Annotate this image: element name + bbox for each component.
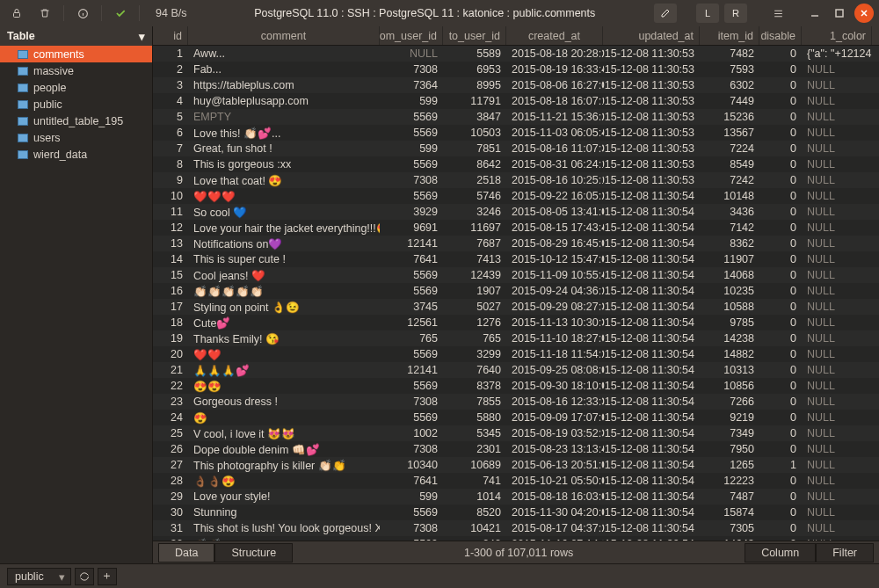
cell[interactable]: 0 (759, 62, 802, 77)
cell[interactable]: 2015-12-08 11:30:54 (603, 315, 700, 330)
cell[interactable]: NULL (802, 473, 872, 489)
trash-icon[interactable] (33, 4, 56, 23)
cell[interactable]: NULL (802, 425, 872, 441)
cell[interactable]: 2015-12-08 11:30:54 (603, 362, 700, 378)
cell[interactable]: Dope double denim 👊🏻💕 (188, 441, 380, 457)
cell[interactable]: 12439 (443, 267, 506, 283)
cell[interactable]: 5569 (380, 410, 443, 425)
cell[interactable]: 2015-11-30 04:20:04 (506, 505, 603, 520)
sidebar-item-people[interactable]: people (0, 79, 152, 96)
cell[interactable]: 9785 (700, 315, 759, 330)
cell[interactable]: 5569 (380, 378, 443, 394)
table-row[interactable]: 21🙏🙏🙏💕1214176402015-09-25 08:08:022015-1… (153, 362, 879, 378)
cell[interactable]: 2015-12-08 11:30:54 (603, 204, 700, 220)
cell[interactable]: NULL (802, 141, 872, 156)
cell[interactable]: 2015-12-08 11:30:54 (603, 283, 700, 299)
cell[interactable]: 12223 (700, 473, 759, 489)
cell[interactable]: 7851 (443, 141, 506, 156)
cell[interactable]: 0 (759, 346, 802, 362)
cell[interactable]: 599 (380, 489, 443, 505)
cell[interactable]: 0 (759, 172, 802, 188)
pane-right-button[interactable]: R (724, 4, 747, 23)
cell[interactable]: 2015-09-25 08:08:02 (506, 362, 603, 378)
cell[interactable]: 2015-08-19 03:52:33 (506, 425, 603, 441)
cell[interactable]: 2015-08-23 13:13:43 (506, 441, 603, 457)
cell[interactable]: This is gorgeous :xx (188, 156, 380, 172)
cell[interactable]: 7242 (700, 172, 759, 188)
cell[interactable]: 8642 (443, 156, 506, 172)
cell[interactable]: 7305 (700, 520, 759, 536)
cell[interactable]: NULL (802, 251, 872, 267)
cell[interactable]: 15236 (700, 109, 759, 125)
table-row[interactable]: 14This is super cute !764174132015-10-12… (153, 251, 879, 267)
cell[interactable]: 16 (153, 283, 188, 299)
cell[interactable]: 21 (153, 362, 188, 378)
col-to-user-id[interactable]: to_user_id (443, 26, 506, 45)
cell[interactable]: 2015-08-18 20:28:23 (506, 46, 603, 62)
cell[interactable]: 2 (153, 62, 188, 77)
cell[interactable]: 23 (153, 394, 188, 410)
cell[interactable]: {"a": "+12124", "c": (802, 46, 872, 62)
pane-left-button[interactable]: L (696, 4, 719, 23)
sidebar-item-wierd_data[interactable]: wierd_data (0, 146, 152, 163)
cell[interactable]: NULL (802, 394, 872, 410)
cell[interactable]: V cool, i love it 😻😻 (188, 425, 380, 441)
cell[interactable]: 7641 (380, 251, 443, 267)
cell[interactable]: NULL (802, 236, 872, 251)
cell[interactable]: Notifications on💜 (188, 236, 380, 251)
cell[interactable]: 2015-12-08 11:30:54 (603, 410, 700, 425)
cell[interactable]: 2015-12-08 11:30:54 (603, 441, 700, 457)
cell[interactable]: 2015-12-08 11:30:54 (603, 520, 700, 536)
cell[interactable]: NULL (802, 315, 872, 330)
cell[interactable]: 👌🏾👌🏾😍 (188, 473, 380, 489)
cell[interactable]: 5569 (380, 505, 443, 520)
cell[interactable]: 👏🏻👏🏻👏🏻👏🏻👏🏻 (188, 283, 380, 299)
cell[interactable]: Gorgeous dress ! (188, 394, 380, 410)
cell[interactable]: 0 (759, 188, 802, 204)
cell[interactable]: 2015-12-08 11:30:54 (603, 457, 700, 473)
cell[interactable]: 8 (153, 156, 188, 172)
cell[interactable]: huy@tableplusapp.com (188, 93, 380, 109)
cell[interactable]: 10503 (443, 125, 506, 141)
cell[interactable]: 7308 (380, 62, 443, 77)
table-row[interactable]: 12Love your hair the jacket everything!!… (153, 220, 879, 236)
cell[interactable]: 8520 (443, 505, 506, 520)
cell[interactable]: 7482 (700, 46, 759, 62)
cell[interactable]: Love this! 👏🏻💕... (188, 125, 380, 141)
table-row[interactable]: 29Love your style!59910142015-08-18 16:0… (153, 489, 879, 505)
cell[interactable]: 7266 (700, 394, 759, 410)
table-row[interactable]: 13Notifications on💜1214176872015-08-29 1… (153, 236, 879, 251)
sidebar-item-comments[interactable]: comments (0, 46, 152, 62)
cell[interactable]: 😍 (188, 410, 380, 425)
cell[interactable]: 7349 (700, 425, 759, 441)
cell[interactable]: 2015-11-13 10:30:36 (506, 315, 603, 330)
cell[interactable]: 0 (759, 283, 802, 299)
cell[interactable]: 7308 (380, 520, 443, 536)
cell[interactable]: 0 (759, 220, 802, 236)
cell[interactable]: 2015-09-22 16:05:26 (506, 188, 603, 204)
cell[interactable]: 8995 (443, 77, 506, 93)
cell[interactable]: 2015-08-31 06:24:15 (506, 156, 603, 172)
cell[interactable]: 0 (759, 473, 802, 489)
cell[interactable]: 2015-12-08 11:30:54 (603, 378, 700, 394)
cell[interactable]: 10856 (700, 378, 759, 394)
table-row[interactable]: 6Love this! 👏🏻💕...5569105032015-11-03 06… (153, 125, 879, 141)
tab-data[interactable]: Data (158, 543, 214, 563)
table-body[interactable]: 1Aww...NULL55892015-08-18 20:28:232015-1… (153, 46, 879, 541)
cell[interactable]: 2015-12-08 11:30:53 (603, 156, 700, 172)
cell[interactable]: 599 (380, 93, 443, 109)
cell[interactable]: NULL (802, 330, 872, 346)
cell[interactable]: 10689 (443, 457, 506, 473)
cell[interactable]: 0 (759, 156, 802, 172)
cell[interactable]: 2015-11-21 15:36:27 (506, 109, 603, 125)
refresh-icon[interactable] (75, 568, 94, 585)
cell[interactable]: 7308 (380, 172, 443, 188)
cell[interactable]: Stunning (188, 505, 380, 520)
cell[interactable]: 5880 (443, 410, 506, 425)
cell[interactable]: 0 (759, 141, 802, 156)
cell[interactable]: 10148 (700, 188, 759, 204)
table-row[interactable]: 31This shot is lush! You look gorgeous! … (153, 520, 879, 536)
cell[interactable]: 3 (153, 77, 188, 93)
cell[interactable]: 8549 (700, 156, 759, 172)
cell[interactable]: 10313 (700, 362, 759, 378)
